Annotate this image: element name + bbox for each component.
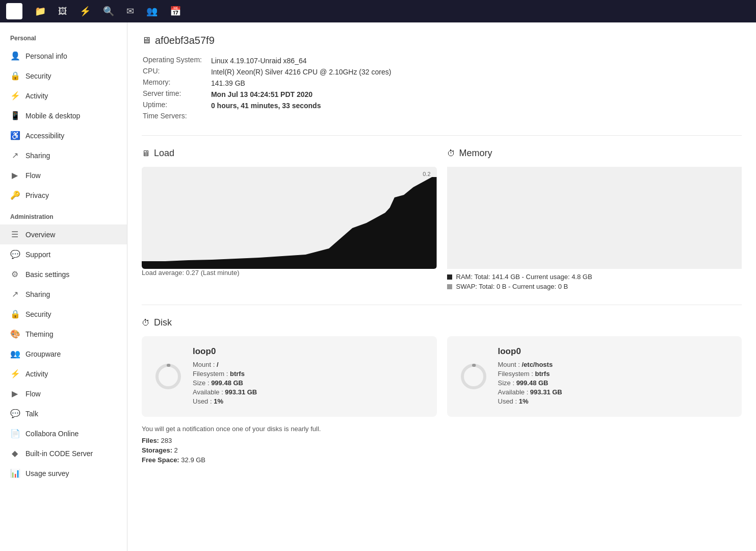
sidebar-item-support[interactable]: 💬 Support [0, 244, 127, 264]
sidebar-item-activity-admin[interactable]: ⚡ Activity [0, 364, 127, 384]
person-icon: 👤 [10, 51, 19, 61]
load-section-header: 🖥 Load [142, 148, 437, 159]
sidebar-item-builtin-code[interactable]: ◆ Built-in CODE Server [0, 443, 127, 463]
mobile-icon: 📱 [10, 111, 19, 120]
sidebar-item-mobile-desktop[interactable]: 📱 Mobile & desktop [0, 106, 127, 126]
disk-notification: You will get a notification once one of … [142, 425, 742, 433]
overview-icon: ☰ [10, 230, 19, 239]
sidebar-item-overview[interactable]: ☰ Overview [0, 224, 127, 244]
os-row: Operating System: Linux 4.19.107-Unraid … [143, 56, 391, 66]
disk-available-2: Available : 993.31 GB [498, 388, 730, 396]
disk-name-1: loop0 [193, 346, 425, 357]
sidebar-item-personal-info[interactable]: 👤 Personal info [0, 46, 127, 66]
contacts-icon[interactable]: 👥 [146, 6, 158, 17]
sidebar-item-collabora[interactable]: 📄 Collabora Online [0, 423, 127, 443]
sidebar-item-sharing-admin[interactable]: ↗ Sharing [0, 284, 127, 304]
memory-title: Memory [459, 148, 492, 159]
server-id: af0ebf3a57f9 [155, 35, 215, 46]
time-servers-row: Time Servers: [143, 112, 391, 122]
os-label: Operating System: [143, 56, 210, 66]
sidebar-item-flow-admin[interactable]: ▶ Flow [0, 384, 127, 404]
memory-value: 141.39 GB [211, 78, 391, 88]
sidebar-item-talk[interactable]: 💬 Talk [0, 404, 127, 423]
server-title: 🖥 af0ebf3a57f9 [142, 35, 742, 46]
memory-icon: ⏱ [447, 149, 455, 158]
disk-info-2: loop0 Mount : /etc/hosts Filesystem : bt… [498, 346, 730, 407]
admin-section-title: Administration [0, 205, 127, 224]
activity-icon[interactable]: ⚡ [80, 6, 91, 17]
swap-legend-dot [447, 284, 452, 289]
server-time-value: Mon Jul 13 04:24:51 PDT 2020 [211, 89, 391, 99]
share-icon: ↗ [10, 151, 19, 160]
calendar-icon[interactable]: 📅 [170, 6, 181, 17]
ram-legend-item: RAM: Total: 141.4 GB - Current usage: 4.… [447, 273, 742, 281]
cpu-value: Intel(R) Xeon(R) Silver 4216 CPU @ 2.10G… [211, 67, 391, 77]
sidebar-label-support: Support [25, 251, 50, 259]
collabora-icon: 📄 [10, 429, 19, 438]
disk-fs-1: Filesystem : btrfs [193, 370, 425, 378]
search-icon[interactable]: 🔍 [103, 6, 114, 17]
top-nav: 📁 🖼 ⚡ 🔍 ✉ 👥 📅 [0, 0, 756, 22]
sidebar-item-privacy[interactable]: 🔑 Privacy [0, 185, 127, 205]
disk-size-1: Size : 999.48 GB [193, 379, 425, 387]
memory-chart-svg [447, 167, 742, 269]
sidebar-label-flow: Flow [25, 171, 41, 180]
cpu-label: CPU: [143, 67, 210, 77]
settings-icon: ⚙ [10, 269, 19, 279]
disk-cards: loop0 Mount : / Filesystem : btrfs Size … [142, 336, 742, 417]
sidebar-label-usage-survey: Usage survey [25, 469, 69, 478]
memory-section-header: ⏱ Memory [447, 148, 742, 159]
os-value: Linux 4.19.107-Unraid x86_64 [211, 56, 391, 66]
sidebar-label-overview: Overview [25, 231, 55, 239]
share-admin-icon: ↗ [10, 289, 19, 299]
monitor-icon: 🖥 [142, 35, 151, 46]
sidebar-item-security-admin[interactable]: 🔒 Security [0, 304, 127, 324]
sidebar-label-flow-admin: Flow [25, 390, 41, 398]
sidebar-label-activity: Activity [25, 92, 48, 100]
swap-legend-item: SWAP: Total: 0 B - Current usage: 0 B [447, 283, 742, 290]
sidebar-label-activity-admin: Activity [25, 370, 48, 378]
privacy-icon: 🔑 [10, 190, 19, 200]
time-servers-value [211, 112, 391, 122]
app-logo[interactable] [6, 3, 22, 19]
app-layout: Personal 👤 Personal info 🔒 Security ⚡ Ac… [0, 22, 756, 551]
server-time-label: Server time: [143, 89, 210, 99]
folder-icon[interactable]: 📁 [35, 6, 46, 17]
disk-gauge-1 [154, 362, 183, 391]
sidebar-item-accessibility[interactable]: ♿ Accessibility [0, 126, 127, 145]
memory-label: Memory: [143, 78, 210, 88]
disk-used-1: Used : 1% [193, 397, 425, 405]
sidebar-item-theming[interactable]: 🎨 Theming [0, 324, 127, 344]
sidebar-item-sharing[interactable]: ↗ Sharing [0, 145, 127, 165]
uptime-label: Uptime: [143, 101, 210, 111]
accessibility-icon: ♿ [10, 131, 19, 140]
survey-icon: 📊 [10, 468, 19, 478]
disk-icon: ⏱ [142, 318, 150, 328]
sidebar: Personal 👤 Personal info 🔒 Security ⚡ Ac… [0, 22, 127, 551]
sidebar-item-basic-settings[interactable]: ⚙ Basic settings [0, 264, 127, 284]
server-time-row: Server time: Mon Jul 13 04:24:51 PDT 202… [143, 89, 391, 99]
support-icon: 💬 [10, 249, 19, 259]
divider-1 [142, 135, 742, 136]
svg-point-3 [157, 365, 179, 388]
disk-storages: Storages: 2 [142, 446, 742, 454]
disk-used-2: Used : 1% [498, 397, 730, 405]
sidebar-item-activity[interactable]: ⚡ Activity [0, 86, 127, 106]
mail-icon[interactable]: ✉ [126, 6, 134, 17]
image-icon[interactable]: 🖼 [58, 6, 67, 17]
sidebar-item-flow[interactable]: ▶ Flow [0, 165, 127, 185]
uptime-row: Uptime: 0 hours, 41 minutes, 33 seconds [143, 101, 391, 111]
sidebar-item-groupware[interactable]: 👥 Groupware [0, 344, 127, 364]
theming-icon: 🎨 [10, 329, 19, 339]
sidebar-item-security[interactable]: 🔒 Security [0, 66, 127, 86]
lock-icon: 🔒 [10, 71, 19, 81]
sidebar-label-theming: Theming [25, 330, 53, 338]
disk-available-1: Available : 993.31 GB [193, 388, 425, 396]
disk-free-space: Free Space: 32.9 GB [142, 456, 742, 464]
swap-legend-label: SWAP: Total: 0 B - Current usage: 0 B [456, 283, 568, 290]
sidebar-label-security-admin: Security [25, 310, 51, 318]
sidebar-item-usage-survey[interactable]: 📊 Usage survey [0, 463, 127, 483]
load-title: Load [154, 148, 174, 159]
disk-size-2: Size : 999.48 GB [498, 379, 730, 387]
main-content: 🖥 af0ebf3a57f9 Operating System: Linux 4… [127, 22, 756, 551]
